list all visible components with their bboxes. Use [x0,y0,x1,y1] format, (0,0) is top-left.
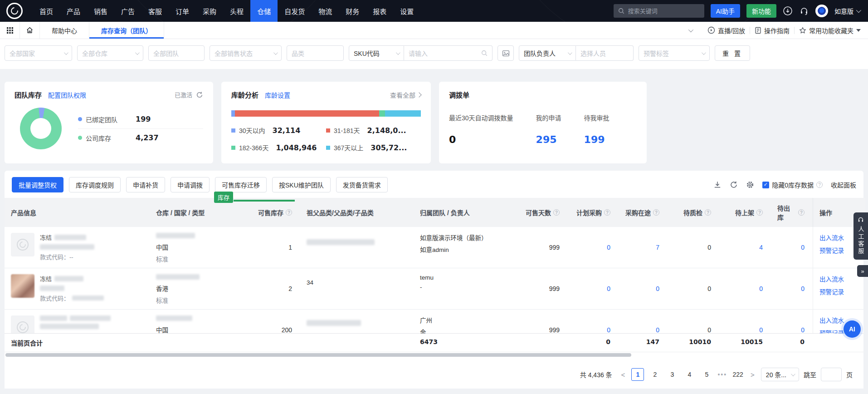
nav-item-settings[interactable]: 设置 [393,0,420,22]
nav-item-firstleg[interactable]: 头程 [223,0,250,22]
hide-zero-stock-toggle[interactable]: 隐藏0库存数据 [762,180,823,189]
nav-item-ads[interactable]: 广告 [114,0,141,22]
next-page-icon[interactable]: > [749,371,756,379]
nav-item-reports[interactable]: 报表 [366,0,393,22]
export-icon[interactable] [713,181,722,189]
table-row[interactable]: 冻结 款式代码： 香港 标准 2 34 temu - 999 0 0 0 [5,268,863,310]
scrollbar-thumb[interactable] [5,353,631,357]
horizontal-scrollbar[interactable] [5,353,863,358]
page-button[interactable]: 4 [683,368,696,381]
download-circle-icon[interactable] [783,6,793,16]
category-select[interactable]: 品类 [287,45,344,61]
nav-item-selfship[interactable]: 自发货 [278,0,312,22]
planned-purchase-link[interactable]: 0 [568,268,619,309]
request-replenishment-button[interactable]: 申请补货 [126,177,165,192]
pending-shelve-link[interactable]: 0 [719,268,771,309]
in-transit-link[interactable]: 7 [619,227,668,268]
edition-dropdown[interactable]: 如意版 [834,6,860,15]
info-icon[interactable] [553,209,560,216]
pending-outbound-link[interactable]: 0 [771,310,813,333]
team-select[interactable]: 全部团队 [148,45,205,61]
planned-purchase-link[interactable]: 0 [568,227,619,268]
nav-item-logistics[interactable]: 物流 [312,0,339,22]
info-icon[interactable] [705,209,711,216]
in-transit-link[interactable]: 0 [619,268,668,309]
user-avatar[interactable] [815,5,828,17]
page-button[interactable]: 222 [731,368,744,381]
warning-record-link[interactable]: 预警记录 [819,287,859,296]
checkbox-checked-icon[interactable] [762,182,769,188]
batch-adjust-ownership-button[interactable]: 批量调整货权 [12,177,63,192]
nav-item-home[interactable]: 首页 [33,0,60,22]
warning-record-link[interactable]: 预警记录 [819,246,859,255]
refresh-icon[interactable] [196,91,203,98]
pending-approval-stat[interactable]: 待我审批 199 [584,113,610,145]
pending-shelve-link[interactable]: 0 [719,310,771,333]
info-icon[interactable] [653,209,659,216]
ai-assistant-button[interactable]: AI助手 [711,4,740,18]
request-transfer-button[interactable]: 申请调拨 [171,177,210,192]
info-icon[interactable] [798,209,805,216]
info-icon[interactable] [604,209,610,216]
table-row[interactable]: 中国 200 广州 金 999 0 0 0 0 0 出入流水 预警记录 [5,310,863,333]
search-input[interactable] [628,8,696,15]
image-search-button[interactable] [497,45,514,61]
leader-type-select[interactable]: 团队负责人 [519,45,576,61]
tab-help-center[interactable]: 帮助中心 [40,22,89,39]
refresh-icon[interactable] [730,181,738,189]
collapse-panel-link[interactable]: 收起面板 [831,180,856,189]
apps-grid-icon[interactable] [0,22,20,39]
favorites-link[interactable]: 常用功能收藏夹 [799,26,861,35]
page-size-select[interactable]: 20 条... [761,368,799,381]
pages-ellipsis-icon[interactable]: ••• [717,371,727,378]
sale-status-select[interactable]: 全部销售状态 [210,45,282,61]
gear-icon[interactable] [746,181,754,189]
configure-team-permission-link[interactable]: 配置团队权限 [48,90,86,99]
sellable-stock-migration-button[interactable]: 可售库存迁移 [215,177,267,192]
country-select[interactable]: 全部国家 [5,45,72,61]
collapse-tabs-icon[interactable] [688,27,693,32]
nav-item-finance[interactable]: 财务 [339,0,366,22]
info-icon[interactable] [286,209,292,216]
shipping-stock-demand-button[interactable]: 发货备货需求 [336,177,388,192]
collapse-service-button[interactable]: » [857,265,868,277]
stock-flow-link[interactable]: 出入流水 [819,233,859,242]
jump-page-input[interactable] [821,368,842,381]
sku-type-select[interactable]: SKU代码 [349,45,404,61]
nav-item-products[interactable]: 产品 [60,0,87,22]
warning-tag-select[interactable]: 预警标签 [639,45,710,61]
nav-item-warehouse[interactable]: 仓储 [250,0,278,22]
headset-icon[interactable] [799,6,809,16]
view-all-link[interactable]: 查看全部 [390,90,421,99]
reset-button[interactable]: 重 置 [715,45,750,61]
nav-item-service[interactable]: 客服 [141,0,169,22]
page-button[interactable]: 1 [631,368,644,381]
leader-picker-input[interactable]: 选择人员 [576,45,634,61]
new-feature-button[interactable]: 新功能 [746,4,776,18]
info-icon[interactable] [756,209,763,216]
live-replay-link[interactable]: 直播/回放 [707,26,745,35]
tab-inventory-query-team[interactable]: 库存查询（团队） [89,22,164,39]
prev-page-icon[interactable]: < [619,371,627,379]
stock-age-settings-link[interactable]: 库龄设置 [265,90,290,99]
maintain-team-by-sku-button[interactable]: 按SKU维护团队 [272,177,331,192]
app-logo[interactable] [0,0,33,22]
page-button[interactable]: 5 [700,368,713,381]
planned-purchase-link[interactable]: 0 [568,310,619,333]
ai-floating-button[interactable]: AI [844,320,861,338]
page-button[interactable]: 2 [649,368,661,381]
pending-outbound-link[interactable]: 0 [771,268,813,309]
my-applications-stat[interactable]: 我的申请 295 [536,113,561,145]
stock-flow-link[interactable]: 出入流水 [819,274,859,283]
home-icon[interactable] [20,22,40,39]
warehouse-select[interactable]: 全部仓库 [77,45,143,61]
table-row[interactable]: 冻结 款式代码：-- 中国 标准 1 如意版演示环境（最新） 如意admin 9… [5,227,863,268]
global-search[interactable] [614,4,704,18]
stock-dispatch-rules-button[interactable]: 库存调度规则 [69,177,121,192]
sku-search-input[interactable]: 请输入 [404,45,493,61]
operation-guide-link[interactable]: 操作指南 [755,26,790,35]
nav-item-sales[interactable]: 销售 [87,0,114,22]
pending-shelve-link[interactable]: 4 [719,227,771,268]
page-button[interactable]: 3 [666,368,678,381]
pending-outbound-link[interactable]: 0 [771,227,813,268]
